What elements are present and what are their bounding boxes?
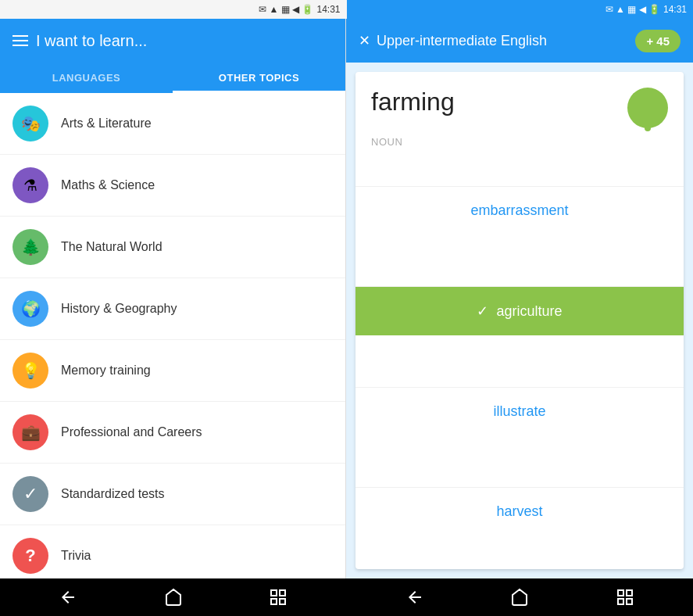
back-button-right[interactable] xyxy=(401,583,429,611)
category-item-history[interactable]: 🌍 History & Geography xyxy=(0,278,345,340)
points-badge: + 45 xyxy=(635,30,680,52)
category-item-professional[interactable]: 💼 Professional and Careers xyxy=(0,402,345,464)
nature-label: The Natural World xyxy=(61,240,163,254)
right-header: ✕ Upper-intermediate English + 45 xyxy=(346,19,693,63)
svg-rect-3 xyxy=(271,599,277,604)
status-bar-right: ✉ ▲ ▦ ◀ 🔋 14:31 xyxy=(347,0,694,19)
category-item-arts[interactable]: 🎭 Arts & Literature xyxy=(0,93,345,155)
arts-icon: 🎭 xyxy=(13,106,48,141)
category-item-maths[interactable]: ⚗ Maths & Science xyxy=(0,155,345,217)
answer-options: embarrassment ✓ agriculture illustrate h… xyxy=(355,160,684,569)
bottom-nav-right xyxy=(347,578,694,616)
tab-other-topics[interactable]: OTHER TOPICS xyxy=(173,63,345,93)
maths-icon: ⚗ xyxy=(13,167,48,203)
main-content: I want to learn... LANGUAGES OTHER TOPIC… xyxy=(0,19,693,578)
hamburger-icon[interactable] xyxy=(13,35,28,46)
option-illustrate[interactable]: illustrate xyxy=(355,387,684,435)
history-label: History & Geography xyxy=(61,302,177,316)
status-icons-right: ✉ ▲ ▦ ◀ 🔋 xyxy=(605,4,660,15)
right-header-left: ✕ Upper-intermediate English xyxy=(359,32,547,49)
time-right: 14:31 xyxy=(663,4,687,15)
svg-rect-5 xyxy=(627,590,632,596)
arts-label: Arts & Literature xyxy=(61,116,152,131)
category-list: 🎭 Arts & Literature ⚗ Maths & Science 🌲 … xyxy=(0,93,345,578)
tabs-bar: LANGUAGES OTHER TOPICS xyxy=(0,63,345,93)
status-bar-left: ✉ ▲ ▦ ◀ 🔋 14:31 xyxy=(0,0,347,19)
recent-button-right[interactable] xyxy=(611,583,639,611)
category-item-trivia[interactable]: ? Trivia xyxy=(0,525,345,578)
check-icon: ✓ xyxy=(477,303,488,320)
right-panel: ✕ Upper-intermediate English + 45 farmin… xyxy=(346,19,693,578)
right-header-title: Upper-intermediate English xyxy=(377,33,547,49)
standardized-icon: ✓ xyxy=(13,476,48,512)
svg-rect-1 xyxy=(280,590,285,596)
back-button-left[interactable] xyxy=(54,583,82,611)
recent-button-left[interactable] xyxy=(264,583,292,611)
trivia-icon: ? xyxy=(13,538,48,574)
category-item-memory[interactable]: 💡 Memory training xyxy=(0,340,345,402)
bottom-nav xyxy=(0,578,693,616)
category-item-standardized[interactable]: ✓ Standardized tests xyxy=(0,464,345,525)
card-header: farming xyxy=(355,72,684,136)
option-agriculture[interactable]: ✓ agriculture xyxy=(355,286,684,335)
svg-rect-7 xyxy=(618,599,623,604)
nature-icon: 🌲 xyxy=(13,229,48,265)
status-bar: ✉ ▲ ▦ ◀ 🔋 14:31 ✉ ▲ ▦ ◀ 🔋 14:31 xyxy=(0,0,693,19)
memory-icon: 💡 xyxy=(13,353,48,389)
home-button-right[interactable] xyxy=(505,583,534,611)
left-header-title: I want to learn... xyxy=(36,32,147,50)
option-harvest[interactable]: harvest xyxy=(355,487,684,535)
svg-rect-4 xyxy=(618,590,623,596)
option-embarrassment[interactable]: embarrassment xyxy=(355,186,684,235)
word-image xyxy=(627,88,668,128)
word-type: NOUN xyxy=(355,136,684,160)
time-left: 14:31 xyxy=(316,4,340,15)
home-button-left[interactable] xyxy=(159,583,188,611)
maths-label: Maths & Science xyxy=(61,178,155,192)
category-item-nature[interactable]: 🌲 The Natural World xyxy=(0,217,345,278)
memory-label: Memory training xyxy=(61,364,151,378)
svg-rect-6 xyxy=(627,599,632,604)
professional-label: Professional and Careers xyxy=(61,425,202,439)
svg-rect-2 xyxy=(280,599,285,604)
professional-icon: 💼 xyxy=(13,414,48,450)
history-icon: 🌍 xyxy=(13,291,48,327)
svg-rect-0 xyxy=(271,590,277,596)
tab-languages[interactable]: LANGUAGES xyxy=(0,63,173,93)
trivia-label: Trivia xyxy=(61,549,91,563)
left-panel: I want to learn... LANGUAGES OTHER TOPIC… xyxy=(0,19,346,578)
word-title: farming xyxy=(371,88,455,116)
bottom-nav-left xyxy=(0,578,347,616)
status-icons-left: ✉ ▲ ▦ ◀ 🔋 xyxy=(259,4,313,15)
left-header: I want to learn... xyxy=(0,19,345,63)
flashcard: farming NOUN embarrassment ✓ agriculture… xyxy=(355,72,684,569)
standardized-label: Standardized tests xyxy=(61,487,165,501)
close-button[interactable]: ✕ xyxy=(359,32,370,49)
